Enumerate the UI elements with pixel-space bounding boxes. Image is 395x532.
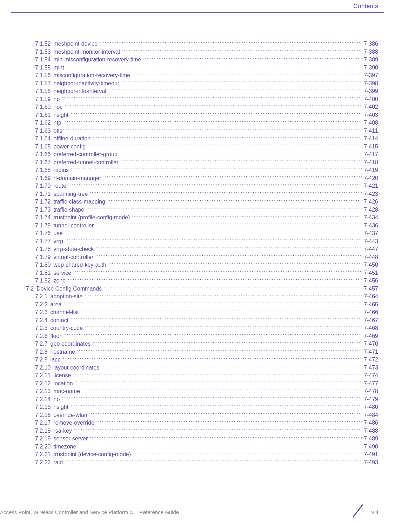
toc-entry-title: neighbor-info-interval [53,87,106,95]
toc-entry[interactable]: 7.1.71spanning-tree7-423 [17,190,378,198]
toc-entry[interactable]: 7.2.22raid7-493 [17,459,378,467]
toc-entry[interactable]: 7.2.10layout-coordinates7-473 [17,364,378,372]
toc-entry[interactable]: 7.2Device Config Commands7-457 [17,285,378,293]
toc-entry[interactable]: 7.1.74trustpoint (profile-config-mode)7-… [17,214,378,222]
toc-entry[interactable]: 7.2.14no7-479 [17,395,378,404]
toc-entry-title: rsa-key [53,427,72,435]
toc-entry[interactable]: 7.1.73traffic-shape7-428 [17,206,378,214]
toc-entry[interactable]: 7.2.2area7-465 [17,301,378,309]
toc-entry-page: 7-415 [364,143,378,151]
toc-entry[interactable]: 7.1.57neighbor-inactivity-timeout7-398 [17,80,378,88]
toc-leader-dots [81,308,362,314]
toc-entry[interactable]: 7.1.68radius7-419 [17,166,378,174]
toc-entry-title: radius [53,166,69,174]
toc-entry[interactable]: 7.2.6floor7-469 [17,332,378,340]
toc-entry[interactable]: 7.2.7geo-coordinates7-470 [17,340,378,348]
toc-entry[interactable]: 7.2.5country-code7-468 [17,324,378,332]
toc-entry[interactable]: 7.2.9lacp7-472 [17,356,378,364]
toc-entry-number: 7.2.16 [35,411,51,419]
toc-entry-page: 7-456 [364,277,378,285]
toc-entry[interactable]: 7.2.15nsight7-480 [17,403,378,411]
toc-entry[interactable]: 7.1.75tunnel-controller7-436 [17,222,378,230]
toc-entry[interactable]: 7.1.82zone7-456 [17,277,378,285]
toc-entry-page: 7-434 [364,214,378,222]
toc-entry[interactable]: 7.2.17remove-override7-486 [17,419,378,427]
toc-entry-number: 7.1.76 [35,230,51,238]
footer: Access Point, Wireless Controller and Se… [0,505,395,519]
toc-entry-number: 7.2.14 [35,395,51,404]
toc-entry-title: rf-domain-manager [53,174,101,182]
toc-entry[interactable]: 7.2.21trustpoint (device-config-mode)7-4… [17,451,378,459]
toc-entry[interactable]: 7.2.4contact7-467 [17,317,378,325]
toc-entry[interactable]: 7.1.80wep-shared-key-auth7-450 [17,261,378,269]
toc-entry-page: 7-408 [364,119,378,127]
toc-entry[interactable]: 7.2.20timezone7-490 [17,443,378,451]
toc-entry[interactable]: 7.2.18rsa-key7-488 [17,427,378,435]
toc-entry[interactable]: 7.1.61nsight7-403 [17,111,378,119]
toc-entry-title: mint [53,64,64,72]
toc-entry-number: 7.1.67 [35,159,51,167]
toc-entry-title: layout-coordinates [53,364,99,372]
toc-entry-title: vrrp-state-check [53,245,94,253]
toc-entry-page: 7-388 [364,48,378,56]
toc-entry-page: 7-488 [364,427,378,435]
toc-entry-title: country-code [51,324,83,332]
toc-entry[interactable]: 7.2.8hostname7-471 [17,348,378,356]
toc-entry-page: 7-397 [364,72,378,80]
toc-entry[interactable]: 7.1.79virtual-controller7-448 [17,253,378,261]
toc-entry[interactable]: 7.1.69rf-domain-manager7-420 [17,174,378,182]
toc-entry[interactable]: 7.1.77vrrp7-443 [17,238,378,246]
toc-leader-dots [121,80,362,85]
toc-entry[interactable]: 7.2.16override-wlan7-484 [17,411,378,419]
toc-entry-title: misconfiguration-recovery-time [53,72,130,80]
toc-entry[interactable]: 7.1.81service7-451 [17,269,378,277]
toc-entry[interactable]: 7.1.60noc7-402 [17,103,378,111]
toc-entry-number: 7.2.1 [35,293,48,301]
toc-entry-page: 7-457 [364,285,378,293]
toc-leader-dots [63,332,362,338]
toc-leader-dots [95,253,362,259]
toc-entry[interactable]: 7.1.78vrrp-state-check7-447 [17,245,378,253]
toc-entry[interactable]: 7.1.64offline-duration7-414 [17,135,378,143]
toc-entry-title: no [53,395,60,404]
toc-entry[interactable]: 7.2.19sensor-server7-489 [17,435,378,443]
toc-entry-title: nsight [53,403,68,411]
toc-entry[interactable]: 7.1.59no7-400 [17,95,378,104]
toc-entry[interactable]: 7.2.1adoption-site7-464 [17,293,378,301]
toc-entry[interactable]: 7.1.70router7-421 [17,182,378,190]
toc-entry-title: Device Config Commands [36,285,102,293]
toc-entry[interactable]: 7.2.13mac-name7-478 [17,387,378,395]
toc-leader-dots [70,182,362,188]
toc-entry-number: 7.1.52 [35,40,51,48]
toc-leader-dots [63,119,362,125]
toc-entry-page: 7-437 [364,230,378,238]
toc-entry[interactable]: 7.1.54min-misconfiguration-recovery-time… [17,56,378,64]
toc-entry[interactable]: 7.1.63otls7-411 [17,127,378,135]
toc-entry[interactable]: 7.1.66preferred-controller-group7-417 [17,151,378,159]
toc-entry[interactable]: 7.1.72traffic-class-mapping7-426 [17,198,378,206]
toc-entry[interactable]: 7.1.53meshpoint-monitor-interval7-388 [17,48,378,56]
toc-entry[interactable]: 7.1.76use7-437 [17,230,378,238]
toc-leader-dots [85,293,362,298]
toc-entry[interactable]: 7.2.12location7-477 [17,380,378,388]
toc-leader-dots [65,103,362,109]
toc-leader-dots [73,269,362,275]
toc-entry-number: 7.1.59 [35,95,51,104]
toc-entry[interactable]: 7.1.56misconfiguration-recovery-time7-39… [17,72,378,80]
toc-leader-dots [66,64,362,69]
toc-entry[interactable]: 7.1.62ntp7-408 [17,119,378,127]
toc-entry[interactable]: 7.1.67preferred-tunnel-controller7-418 [17,159,378,167]
toc-entry[interactable]: 7.2.3channel-list7-466 [17,308,378,317]
toc-leader-dots [96,245,362,251]
toc-entry[interactable]: 7.2.11license7-474 [17,372,378,380]
toc-entry[interactable]: 7.1.58neighbor-info-interval7-399 [17,87,378,95]
toc-leader-dots [93,135,362,140]
toc-leader-dots [132,72,362,77]
toc-entry-page: 7-399 [364,87,378,95]
toc-leader-dots [104,285,362,291]
toc-entry[interactable]: 7.1.65power-config7-415 [17,143,378,151]
toc-leader-dots [96,419,362,425]
toc-entry[interactable]: 7.1.52meshpoint-device7-386 [17,40,378,48]
toc-entry[interactable]: 7.1.55mint7-390 [17,64,378,72]
toc-entry-number: 7.1.70 [35,182,51,190]
